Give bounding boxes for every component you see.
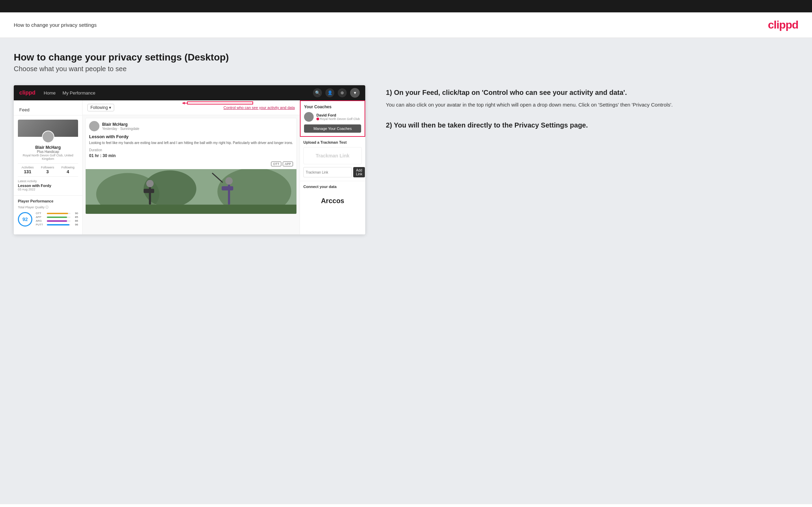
- site-footer: Copyright Clippd 2022: [0, 504, 812, 507]
- app-nav-items: Home My Performance: [44, 90, 313, 96]
- app-nav-icons: 🔍 👤 ⊕ ▼: [313, 88, 360, 98]
- coaches-section: Your Coaches David Ford Royal North Devo…: [300, 100, 365, 137]
- ott-tag: OTT: [271, 162, 281, 166]
- control-link[interactable]: Control who can see your activity and da…: [224, 106, 295, 110]
- app-tag: APP: [283, 162, 293, 166]
- trackman-placeholder: Trackman Link: [303, 147, 362, 164]
- compass-icon[interactable]: ⊕: [338, 88, 347, 97]
- activity-description: Looking to feel like my hands are exitin…: [86, 141, 296, 148]
- following-stat: Following 4: [61, 166, 74, 174]
- activity-header: Blair McHarg Yesterday · Sunningdale: [86, 118, 296, 134]
- feed-header: Following ▾ Control who can see your act…: [83, 100, 300, 115]
- activity-image: [86, 169, 296, 214]
- app-nav-performance: My Performance: [63, 90, 95, 96]
- svg-rect-4: [86, 205, 296, 214]
- header-title: How to change your privacy settings: [14, 22, 97, 28]
- coaches-highlight-wrapper: Your Coaches David Ford Royal North Devo…: [300, 100, 365, 137]
- arccos-logo: Arccos: [303, 191, 362, 210]
- activity-avatar: [89, 121, 99, 131]
- profile-card: Blair McHarg Plus Handicap Royal North D…: [14, 115, 82, 195]
- connect-section: Connect your data Arccos: [300, 181, 365, 214]
- app-bar-row: APP 85: [36, 216, 78, 219]
- performance-card: Player Performance Total Player Quality …: [14, 195, 82, 230]
- trackman-input[interactable]: [303, 167, 352, 177]
- page-title: How to change your privacy settings (Des…: [14, 52, 798, 63]
- activity-tags: OTT APP: [86, 160, 296, 169]
- coach-club: Royal North Devon Golf Club: [316, 117, 360, 121]
- following-button[interactable]: Following ▾: [87, 104, 114, 111]
- trackman-section: Upload a Trackman Test Trackman Link Add…: [300, 137, 365, 181]
- instruction-1-number: 1) On your Feed, click/tap on 'Control w…: [386, 89, 798, 97]
- ott-bar-row: OTT 90: [36, 212, 78, 215]
- latest-activity-section: Latest Activity Lesson with Fordy 03 Aug…: [18, 179, 78, 191]
- golf-scene-svg: [86, 169, 296, 214]
- activity-duration: Duration: [86, 148, 296, 153]
- top-bar: [0, 0, 812, 12]
- instructions-panel: 1) On your Feed, click/tap on 'Control w…: [379, 85, 798, 142]
- app-logo-mock: clippd: [19, 90, 35, 96]
- profile-club: Royal North Devon Golf Club, United King…: [18, 154, 78, 161]
- instruction-2-number: 2) You will then be taken directly to th…: [386, 121, 798, 129]
- trackman-input-row: Add Link: [303, 167, 362, 177]
- add-link-button[interactable]: Add Link: [353, 167, 365, 177]
- svg-point-7: [146, 180, 153, 187]
- manage-coaches-button[interactable]: Manage Your Coaches: [304, 124, 361, 133]
- quality-label: Total Player Quality ⓘ: [18, 205, 78, 210]
- app-navbar: clippd Home My Performance 🔍 👤 ⊕ ▼: [14, 85, 365, 100]
- quality-score-circle: 92: [18, 212, 32, 227]
- putt-bar-row: PUTT 96: [36, 223, 78, 226]
- profile-name: Blair McHarg: [18, 145, 78, 150]
- app-avatar[interactable]: ▼: [350, 88, 360, 98]
- profile-avatar: [42, 131, 54, 143]
- search-icon[interactable]: 🔍: [313, 88, 322, 97]
- duration-value: 01 hr : 30 min: [86, 153, 296, 160]
- app-sidebar: Feed Blair McHarg Plus Handicap Royal No…: [14, 100, 83, 234]
- coach-info: David Ford Royal North Devon Golf Club: [316, 113, 360, 121]
- activity-title: Lesson with Fordy: [86, 134, 296, 141]
- profile-handicap: Plus Handicap: [18, 150, 78, 154]
- app-body: Feed Blair McHarg Plus Handicap Royal No…: [14, 100, 365, 234]
- profile-avatar-wrap: [42, 131, 54, 143]
- app-screenshot: clippd Home My Performance 🔍 👤 ⊕ ▼: [14, 85, 365, 234]
- instruction-2: 2) You will then be taken directly to th…: [386, 121, 798, 129]
- content-layout: clippd Home My Performance 🔍 👤 ⊕ ▼: [14, 85, 798, 234]
- instruction-1-text: You can also click on your avatar in the…: [386, 101, 798, 109]
- instruction-1: 1) On your Feed, click/tap on 'Control w…: [386, 89, 798, 109]
- app-feed: Following ▾ Control who can see your act…: [83, 100, 300, 234]
- clippd-logo: clippd: [768, 19, 798, 31]
- coach-club-dot: [316, 118, 319, 120]
- profile-banner: [18, 120, 78, 137]
- main-content: How to change your privacy settings (Des…: [0, 38, 812, 504]
- site-header: How to change your privacy settings clip…: [0, 12, 812, 38]
- coaches-section-title: Your Coaches: [304, 104, 361, 109]
- quality-section: 92 OTT 90 APP: [18, 212, 78, 227]
- followers-stat: Followers 3: [41, 166, 54, 174]
- activity-user-info: Blair McHarg Yesterday · Sunningdale: [102, 122, 139, 131]
- activities-stat: Activities 131: [21, 166, 34, 174]
- coach-avatar: [304, 112, 314, 122]
- feed-tab: Feed: [14, 104, 82, 115]
- page-subtitle: Choose what you want people to see: [14, 65, 798, 73]
- svg-rect-9: [221, 186, 233, 190]
- quality-bars: OTT 90 APP 85: [36, 212, 78, 227]
- app-right-panel: Your Coaches David Ford Royal North Devo…: [300, 100, 365, 234]
- app-screenshot-wrapper: clippd Home My Performance 🔍 👤 ⊕ ▼: [14, 85, 365, 234]
- arg-bar-row: ARG 86: [36, 219, 78, 222]
- svg-rect-6: [144, 189, 154, 193]
- svg-point-10: [225, 177, 232, 185]
- coach-row: David Ford Royal North Devon Golf Club: [304, 112, 361, 122]
- app-nav-home: Home: [44, 90, 56, 96]
- profile-stats: Activities 131 Followers 3 Following 4: [18, 163, 78, 177]
- person-icon[interactable]: 👤: [325, 88, 334, 97]
- activity-card: Blair McHarg Yesterday · Sunningdale Les…: [85, 118, 297, 214]
